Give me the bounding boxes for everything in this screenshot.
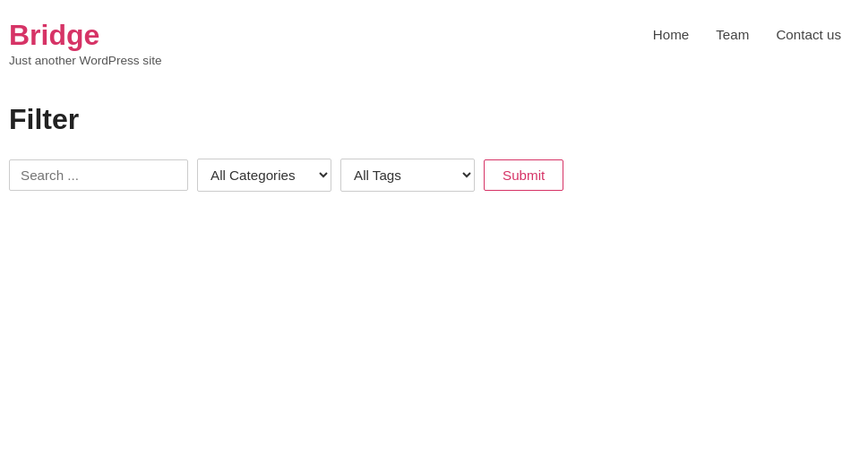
tags-select[interactable]: All Tags Tag 1 Tag 2 xyxy=(340,159,475,192)
main-content: Filter All Categories Category 1 Categor… xyxy=(0,76,868,201)
nav-item-contact[interactable]: Contact us xyxy=(776,27,841,42)
nav-item-home[interactable]: Home xyxy=(653,27,690,42)
nav-item-team[interactable]: Team xyxy=(716,27,749,42)
site-branding: Bridge Just another WordPress site xyxy=(9,18,162,67)
submit-button[interactable]: Submit xyxy=(484,159,563,191)
filter-heading: Filter xyxy=(9,103,859,136)
categories-select[interactable]: All Categories Category 1 Category 2 xyxy=(197,159,331,192)
main-nav: Home Team Contact us xyxy=(653,18,841,42)
search-input[interactable] xyxy=(9,159,188,191)
filter-controls: All Categories Category 1 Category 2 All… xyxy=(9,159,859,192)
site-tagline: Just another WordPress site xyxy=(9,54,162,67)
site-header: Bridge Just another WordPress site Home … xyxy=(0,0,868,76)
site-title: Bridge xyxy=(9,18,162,52)
